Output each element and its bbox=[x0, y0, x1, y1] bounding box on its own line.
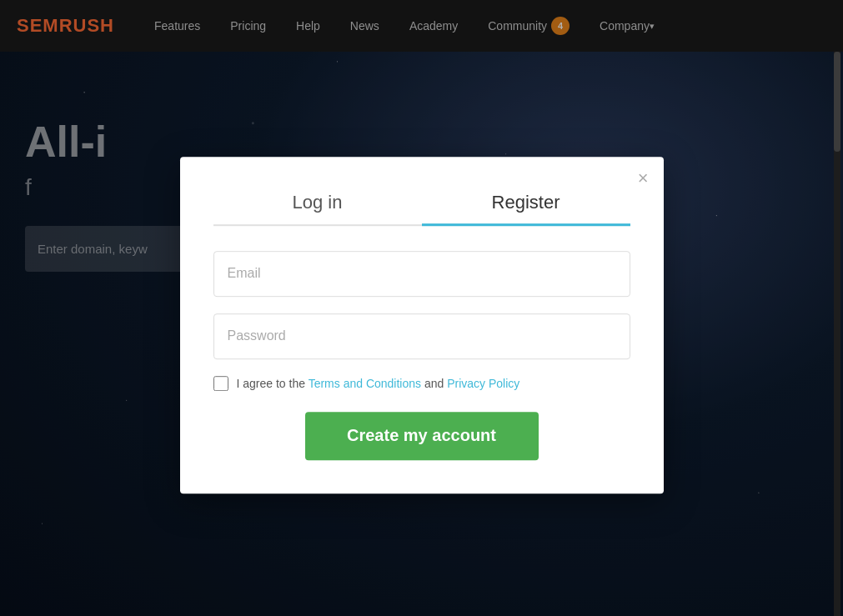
auth-modal: × Log in Register I agree to the Terms a… bbox=[180, 157, 664, 493]
terms-checkbox[interactable] bbox=[213, 376, 228, 391]
password-field[interactable] bbox=[213, 313, 630, 359]
tab-register[interactable]: Register bbox=[422, 182, 630, 226]
email-field[interactable] bbox=[213, 251, 630, 297]
terms-checkbox-row: I agree to the Terms and Conditions and … bbox=[213, 376, 630, 391]
tab-login[interactable]: Log in bbox=[213, 182, 422, 226]
terms-label: I agree to the Terms and Conditions and … bbox=[237, 377, 520, 390]
modal-tabs: Log in Register bbox=[213, 182, 630, 226]
register-form: I agree to the Terms and Conditions and … bbox=[213, 251, 630, 460]
privacy-link[interactable]: Privacy Policy bbox=[447, 377, 519, 390]
create-account-button[interactable]: Create my account bbox=[305, 412, 539, 460]
modal-close-button[interactable]: × bbox=[638, 169, 649, 188]
terms-link[interactable]: Terms and Conditions bbox=[309, 377, 421, 390]
